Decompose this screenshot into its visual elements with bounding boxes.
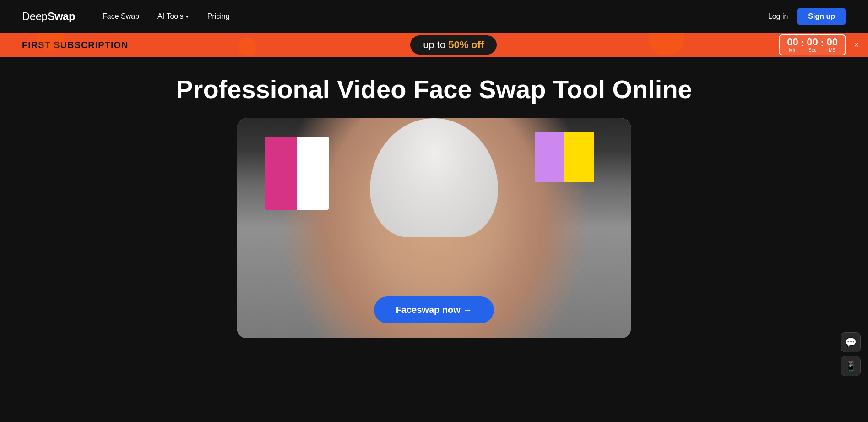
- side-widgets: 💬 📱: [841, 332, 861, 366]
- app-icon: 📱: [845, 361, 857, 366]
- nav-item-face-swap[interactable]: Face Swap: [103, 12, 139, 21]
- navbar-right: Log in Sign up: [768, 8, 846, 25]
- separator-1: :: [801, 38, 804, 49]
- banner-offer: up to 50% off: [410, 35, 497, 55]
- ai-tools-link[interactable]: AI Tools: [157, 12, 189, 21]
- countdown-seconds: 00 Sec: [807, 37, 818, 53]
- banner-close-button[interactable]: ×: [852, 38, 861, 52]
- hero-section: Professional Video Face Swap Tool Online…: [0, 57, 868, 366]
- minutes-value: 00: [787, 37, 798, 47]
- nav-links: Face Swap AI Tools Pricing: [103, 12, 230, 21]
- bg-art-2: [535, 132, 594, 182]
- countdown-minutes: 00 Min: [787, 37, 798, 53]
- nav-item-pricing[interactable]: Pricing: [207, 12, 230, 21]
- nav-item-ai-tools[interactable]: AI Tools: [157, 12, 189, 21]
- seconds-value: 00: [807, 37, 818, 47]
- pricing-link[interactable]: Pricing: [207, 12, 230, 20]
- logo-text-swap: Swap: [47, 10, 75, 22]
- minutes-label: Min: [789, 48, 796, 53]
- promo-banner: FIRST SUBSCRIPTION up to 50% off 00 Min …: [0, 33, 868, 57]
- faceswap-now-button[interactable]: Faceswap now →: [374, 296, 494, 323]
- hero-title: Professional Video Face Swap Tool Online: [176, 75, 692, 104]
- ms-label: MS: [829, 48, 835, 53]
- banner-subscription-text: FIRST SUBSCRIPTION: [22, 40, 128, 50]
- ms-value: 00: [827, 37, 838, 47]
- banner-prefix: up to: [423, 39, 445, 51]
- separator-2: :: [821, 38, 824, 49]
- banner-right: 00 Min : 00 Sec : 00 MS ×: [779, 34, 846, 55]
- logo-text-deep: Deep: [22, 10, 47, 22]
- navbar-left: DeepSwap Face Swap AI Tools Pricing: [22, 10, 230, 23]
- navbar: DeepSwap Face Swap AI Tools Pricing Log …: [0, 0, 868, 33]
- chat-widget-button[interactable]: 💬: [841, 332, 861, 352]
- logo[interactable]: DeepSwap: [22, 10, 75, 23]
- countdown-timer: 00 Min : 00 Sec : 00 MS: [779, 34, 846, 55]
- face-swap-link[interactable]: Face Swap: [103, 12, 139, 20]
- signup-button[interactable]: Sign up: [797, 8, 846, 25]
- hero-image-container: Faceswap now →: [237, 118, 631, 338]
- seconds-label: Sec: [808, 48, 816, 53]
- banner-highlight: 50% off: [448, 39, 484, 51]
- chat-icon: 💬: [845, 337, 857, 348]
- hero-image: Faceswap now →: [237, 118, 631, 338]
- login-button[interactable]: Log in: [768, 12, 788, 21]
- ai-tools-label: AI Tools: [157, 12, 184, 21]
- countdown-ms: 00 MS: [827, 37, 838, 53]
- chevron-down-icon: [185, 16, 189, 18]
- bg-art-1: [265, 137, 329, 210]
- app-widget-button[interactable]: 📱: [841, 356, 861, 366]
